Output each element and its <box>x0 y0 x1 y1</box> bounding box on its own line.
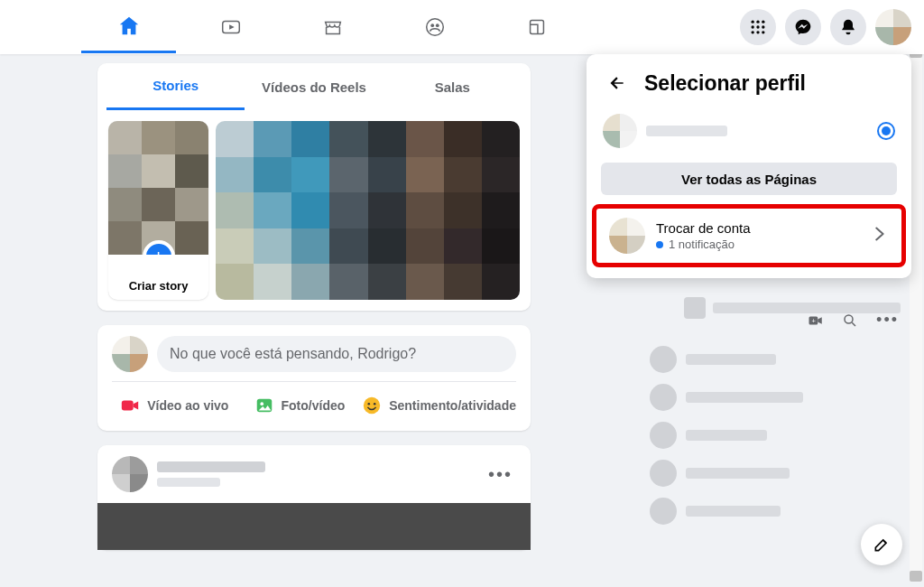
svg-point-8 <box>752 25 754 28</box>
tab-stories[interactable]: Stories <box>106 63 245 110</box>
nav-right <box>740 9 911 45</box>
profile-avatar <box>603 114 637 148</box>
create-story-label: Criar story <box>108 255 208 300</box>
marketplace-icon <box>321 15 345 39</box>
profile-switcher-dropdown: Selecionar perfil Ver todas as Páginas T… <box>587 54 911 278</box>
gaming-icon <box>525 15 549 39</box>
sponsor-row[interactable] <box>684 294 901 321</box>
messenger-button[interactable] <box>785 9 821 45</box>
svg-point-7 <box>762 21 764 23</box>
chevron-right-icon <box>869 224 889 247</box>
svg-point-12 <box>756 31 759 33</box>
nav-home[interactable] <box>81 1 176 53</box>
nav-marketplace[interactable] <box>285 1 380 53</box>
action-photo-video[interactable]: Foto/vídeo <box>237 387 363 424</box>
svg-rect-4 <box>530 21 543 34</box>
svg-point-2 <box>430 23 434 27</box>
svg-point-9 <box>756 25 759 28</box>
profile-option-current[interactable] <box>594 108 904 154</box>
tab-reels[interactable]: Vídeos do Reels <box>245 63 383 110</box>
radio-selected-icon <box>877 122 895 140</box>
profile-name <box>646 126 868 136</box>
home-icon <box>117 14 141 38</box>
action-live-video[interactable]: Vídeo ao vivo <box>112 387 237 424</box>
contact-item[interactable] <box>648 492 901 530</box>
svg-point-18 <box>368 403 371 405</box>
post-avatar[interactable] <box>112 456 148 492</box>
composer-actions: Vídeo ao vivo Foto/vídeo Sentimento/ativ… <box>112 387 516 424</box>
account-avatar[interactable] <box>875 9 911 45</box>
messenger-icon <box>794 18 812 36</box>
svg-point-6 <box>756 21 759 23</box>
scrollbar[interactable] <box>910 4 922 582</box>
post-card: ••• <box>97 445 531 550</box>
scroll-arrow-down-icon[interactable] <box>910 571 922 582</box>
svg-point-10 <box>762 25 764 28</box>
svg-point-1 <box>426 19 443 36</box>
stories-tabs: Stories Vídeos do Reels Salas <box>97 63 531 110</box>
top-navbar <box>0 0 924 54</box>
contact-item[interactable] <box>648 378 901 416</box>
story-thumbnails[interactable] <box>216 121 520 300</box>
see-all-pages-button[interactable]: Ver todas as Páginas <box>601 163 897 195</box>
contact-item[interactable] <box>648 416 901 454</box>
switch-account-button[interactable]: Trocar de conta 1 notificação <box>592 204 906 267</box>
svg-point-17 <box>364 397 380 414</box>
stories-card: Stories Vídeos do Reels Salas + Criar st… <box>97 63 531 311</box>
new-message-button[interactable] <box>861 524 902 565</box>
notifications-button[interactable] <box>830 9 866 45</box>
video-icon <box>120 396 140 415</box>
svg-point-19 <box>374 403 376 405</box>
svg-point-11 <box>752 31 754 33</box>
watch-icon <box>219 15 243 39</box>
svg-point-13 <box>762 31 764 33</box>
switch-avatar <box>609 218 645 254</box>
svg-rect-14 <box>122 401 134 411</box>
feeling-icon <box>362 396 382 415</box>
contacts-list <box>648 340 901 530</box>
create-story[interactable]: + Criar story <box>108 121 208 300</box>
nav-gaming[interactable] <box>489 1 584 53</box>
composer-card: No que você está pensando, Rodrigo? Víde… <box>97 325 531 431</box>
story-thumbnail <box>108 121 208 255</box>
compose-icon <box>873 536 891 554</box>
composer-input[interactable]: No que você está pensando, Rodrigo? <box>157 336 516 372</box>
divider <box>112 381 516 382</box>
contact-item[interactable] <box>648 340 901 378</box>
post-author[interactable] <box>157 461 265 487</box>
nav-center <box>81 1 584 53</box>
action-feeling[interactable]: Sentimento/atividade <box>362 387 516 424</box>
photo-icon <box>254 396 274 415</box>
post-more-button[interactable]: ••• <box>485 461 516 489</box>
nav-watch[interactable] <box>183 1 278 53</box>
switch-title: Trocar de conta <box>656 220 858 236</box>
groups-icon <box>423 15 447 39</box>
nav-groups[interactable] <box>387 1 482 53</box>
post-image[interactable] <box>97 503 531 550</box>
notification-dot-icon <box>656 241 663 248</box>
bell-icon <box>839 18 857 36</box>
grid-icon <box>749 18 767 36</box>
menu-button[interactable] <box>740 9 776 45</box>
svg-point-16 <box>260 402 263 405</box>
composer-avatar[interactable] <box>112 336 148 372</box>
tab-rooms[interactable]: Salas <box>383 63 522 110</box>
switch-subtitle: 1 notificação <box>656 238 858 251</box>
right-sidebar: + ••• <box>648 305 901 530</box>
back-button[interactable] <box>603 69 632 98</box>
stories-row: + Criar story <box>97 110 531 311</box>
svg-point-3 <box>435 23 439 27</box>
dropdown-title: Selecionar perfil <box>644 71 806 96</box>
feed-column: Stories Vídeos do Reels Salas + Criar st… <box>97 63 531 564</box>
avatar-image <box>875 9 911 45</box>
contact-item[interactable] <box>648 454 901 492</box>
arrow-left-icon <box>608 74 626 92</box>
svg-point-5 <box>752 21 754 23</box>
